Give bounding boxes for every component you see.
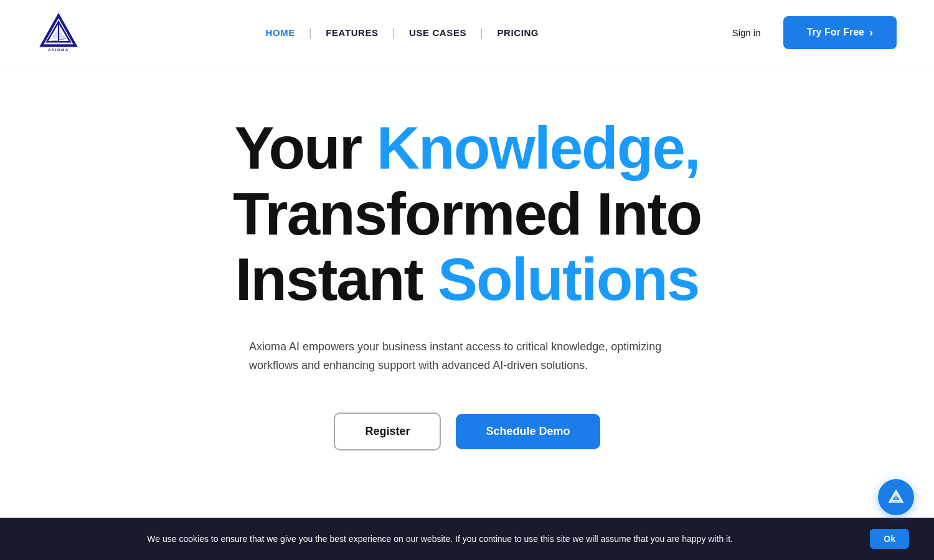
schedule-demo-button[interactable]: Schedule Demo bbox=[456, 414, 600, 449]
nav-item-pricing[interactable]: PRICING bbox=[483, 27, 552, 38]
brand-logo-icon: AXIOMA bbox=[37, 11, 80, 54]
headline-highlight2: Solutions bbox=[438, 246, 699, 312]
floating-chat-button[interactable] bbox=[878, 479, 914, 515]
hero-section: Your Knowledge, Transformed Into Instant… bbox=[125, 65, 809, 488]
nav-right: Sign in Try For Free › bbox=[725, 16, 897, 49]
hero-subtitle: Axioma AI empowers your business instant… bbox=[249, 337, 685, 375]
nav-item-features[interactable]: FEATURES bbox=[312, 27, 392, 38]
svg-text:AXIOMA: AXIOMA bbox=[48, 48, 69, 52]
cookie-ok-button[interactable]: Ok bbox=[870, 529, 909, 549]
nav-item-use-cases[interactable]: USE CASES bbox=[395, 27, 480, 38]
sign-in-button[interactable]: Sign in bbox=[725, 22, 768, 43]
try-free-button[interactable]: Try For Free › bbox=[783, 16, 897, 49]
floating-logo-icon bbox=[887, 488, 905, 506]
navbar: AXIOMA HOME | FEATURES | USE CASES | PRI… bbox=[0, 0, 934, 65]
headline-part1: Your bbox=[235, 114, 377, 181]
logo[interactable]: AXIOMA bbox=[37, 11, 80, 54]
register-button[interactable]: Register bbox=[334, 413, 441, 450]
cookie-banner: We use cookies to ensure that we give yo… bbox=[0, 518, 934, 560]
cookie-message: We use cookies to ensure that we give yo… bbox=[25, 534, 855, 544]
headline-part3: Instant bbox=[235, 246, 438, 312]
headline-part2: Transformed Into bbox=[233, 180, 701, 247]
hero-buttons: Register Schedule Demo bbox=[334, 413, 600, 450]
try-free-label: Try For Free bbox=[807, 27, 864, 38]
chevron-right-icon: › bbox=[869, 26, 873, 39]
headline-highlight1: Knowledge, bbox=[377, 114, 700, 181]
nav-links: HOME | FEATURES | USE CASES | PRICING bbox=[252, 26, 553, 39]
hero-headline: Your Knowledge, Transformed Into Instant… bbox=[233, 115, 701, 312]
nav-item-home[interactable]: HOME bbox=[252, 27, 309, 38]
